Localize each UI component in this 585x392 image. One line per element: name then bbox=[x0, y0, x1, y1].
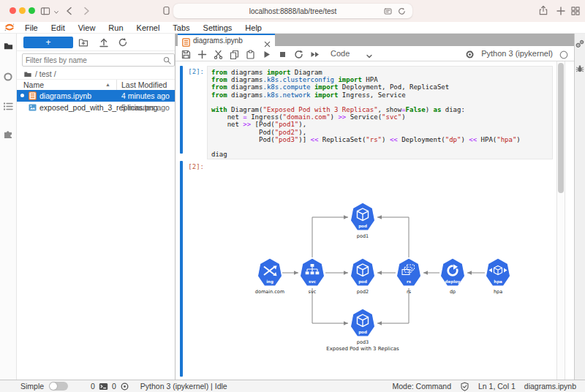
run-icon[interactable] bbox=[262, 49, 271, 59]
add-cell-icon[interactable] bbox=[197, 49, 207, 59]
output-collapser[interactable] bbox=[180, 161, 183, 377]
extensions-icon[interactable] bbox=[3, 129, 14, 140]
fast-forward-icon[interactable] bbox=[310, 49, 320, 59]
code-editor[interactable]: from diagrams import Diagramfrom diagram… bbox=[207, 66, 553, 159]
table-of-contents-icon[interactable] bbox=[3, 101, 14, 112]
statusbar-filename: diagrams.ipynb bbox=[524, 382, 576, 391]
screen: localhost:8888/lab/tree/test FileEditVie… bbox=[0, 0, 585, 392]
notebook-panel: diagrams.ipynb Code Python 3 (ipykernel)… bbox=[176, 34, 574, 380]
menu-items: FileEditViewRunKernelTabsSettingsHelp bbox=[18, 23, 268, 32]
extensions-icon[interactable] bbox=[162, 6, 171, 15]
debugger-icon[interactable] bbox=[575, 63, 584, 72]
url-bar[interactable]: localhost:8888/lab/tree/test bbox=[173, 4, 412, 18]
new-tab-icon[interactable] bbox=[556, 7, 565, 15]
svg-text:pod1: pod1 bbox=[357, 233, 369, 239]
simple-mode-toggle[interactable] bbox=[49, 382, 68, 391]
kernel-icon bbox=[120, 382, 129, 391]
browser-chrome: localhost:8888/lab/tree/test bbox=[0, 0, 585, 23]
command-mode-indicator[interactable]: Mode: Command bbox=[392, 382, 451, 391]
tab-diagrams-ipynb[interactable]: diagrams.ipynb bbox=[178, 34, 275, 46]
zoom-window-button[interactable] bbox=[29, 7, 35, 14]
filter-files-input[interactable] bbox=[26, 56, 163, 64]
tab-overview-icon[interactable] bbox=[571, 7, 580, 15]
new-launcher-button[interactable]: + bbox=[23, 37, 73, 48]
paste-icon[interactable] bbox=[246, 49, 255, 59]
back-icon[interactable] bbox=[65, 7, 74, 15]
main-area: + / test / Name ▲ Last Modified diagrams… bbox=[0, 34, 585, 380]
svg-text:svc: svc bbox=[309, 289, 317, 295]
svg-text:rs: rs bbox=[407, 289, 412, 295]
upload-icon[interactable] bbox=[99, 37, 109, 48]
column-name[interactable]: Name bbox=[23, 80, 44, 89]
breadcrumb[interactable]: / test / bbox=[23, 69, 56, 78]
svg-text:rs: rs bbox=[407, 279, 412, 284]
file-row-exposed-pod-png[interactable]: exposed_pod_with_3_replicas.png 5 minute… bbox=[17, 102, 175, 113]
cell-type-dropdown[interactable]: Code bbox=[331, 49, 350, 58]
chevron-down-icon[interactable] bbox=[53, 10, 59, 15]
code-line: from diagrams.k8s.clusterconfig import H… bbox=[211, 76, 548, 83]
status-bar: Simple 0 0 Python 3 (ipykernel) | Idle M… bbox=[0, 380, 585, 392]
kernel-status-icon[interactable] bbox=[559, 49, 568, 58]
menu-item-file[interactable]: File bbox=[18, 23, 45, 32]
svg-text:pod: pod bbox=[358, 279, 367, 284]
file-browser-toolbar: + bbox=[17, 34, 175, 51]
diagram-node-ing: ingdomain.com bbox=[255, 258, 284, 295]
notebook-scrollbar[interactable] bbox=[556, 61, 565, 380]
code-line: with Diagram("Exposed Pod with 3 Replica… bbox=[211, 106, 548, 113]
chevron-down-icon[interactable] bbox=[366, 50, 373, 57]
column-last-modified[interactable]: Last Modified bbox=[121, 80, 167, 89]
cursor-position[interactable]: Ln 1, Col 1 bbox=[478, 382, 516, 391]
save-icon[interactable] bbox=[181, 49, 191, 59]
scrollbar-thumb[interactable] bbox=[558, 63, 564, 193]
trust-shield-icon bbox=[460, 382, 469, 391]
svg-text:ing: ing bbox=[266, 279, 273, 284]
code-line: Pod("pod3")] << ReplicaSet("rs") << Depl… bbox=[211, 136, 548, 143]
menu-item-view[interactable]: View bbox=[72, 23, 102, 32]
breadcrumb-path[interactable]: / test / bbox=[35, 69, 56, 78]
input-collapser[interactable] bbox=[180, 66, 183, 154]
file-browser-icon[interactable] bbox=[3, 41, 14, 52]
menu-item-tabs[interactable]: Tabs bbox=[166, 23, 196, 32]
file-browser: + / test / Name ▲ Last Modified diagrams… bbox=[17, 34, 176, 380]
restart-icon[interactable] bbox=[294, 49, 303, 59]
home-folder-icon[interactable] bbox=[23, 70, 32, 78]
close-window-button[interactable] bbox=[10, 7, 16, 14]
cut-icon[interactable] bbox=[214, 49, 223, 59]
diagram-node-hpa: hpahpa bbox=[486, 258, 510, 295]
menu-item-run[interactable]: Run bbox=[102, 23, 129, 32]
new-folder-icon[interactable] bbox=[78, 37, 88, 48]
menu-item-edit[interactable]: Edit bbox=[45, 23, 72, 32]
stop-icon[interactable] bbox=[278, 49, 287, 59]
file-row-diagrams-ipynb[interactable]: diagrams.ipynb 4 minutes ago bbox=[17, 90, 175, 102]
copy-icon[interactable] bbox=[230, 49, 239, 59]
property-inspector-icon[interactable] bbox=[575, 38, 584, 47]
gear-icon[interactable] bbox=[465, 49, 475, 59]
terminals-count: 0 bbox=[91, 382, 95, 391]
menu-item-help[interactable]: Help bbox=[238, 23, 268, 32]
kernel-name[interactable]: Python 3 (ipykernel) bbox=[481, 49, 553, 58]
code-line bbox=[211, 99, 548, 106]
kernel-status-text[interactable]: Python 3 (ipykernel) | Idle bbox=[140, 382, 227, 391]
minimize-window-button[interactable] bbox=[19, 7, 26, 14]
share-icon[interactable] bbox=[538, 5, 548, 16]
forward-icon[interactable] bbox=[82, 7, 91, 15]
image-file-icon bbox=[29, 103, 37, 112]
running-sessions-icon[interactable] bbox=[3, 72, 14, 83]
code-line: net = Ingress("domain.com") >> Service("… bbox=[211, 113, 548, 121]
url-text: localhost:8888/lab/tree/test bbox=[249, 7, 337, 15]
activity-bar bbox=[0, 34, 17, 380]
column-divider bbox=[116, 80, 117, 90]
tab-label: diagrams.ipynb bbox=[193, 37, 243, 45]
sidebar-toggle-icon[interactable] bbox=[40, 7, 50, 16]
simple-mode-label: Simple bbox=[20, 382, 44, 391]
session-counts[interactable]: 0 0 bbox=[91, 382, 129, 391]
page-settings-icon[interactable] bbox=[384, 7, 392, 15]
reload-icon[interactable] bbox=[398, 7, 406, 15]
svg-text:dp: dp bbox=[450, 289, 456, 295]
svg-text:pod3: pod3 bbox=[357, 339, 369, 345]
close-icon[interactable] bbox=[264, 37, 271, 44]
menu-item-kernel[interactable]: Kernel bbox=[130, 23, 167, 32]
menu-item-settings[interactable]: Settings bbox=[197, 23, 239, 32]
refresh-icon[interactable] bbox=[118, 37, 128, 48]
notebook-file-icon bbox=[182, 37, 189, 45]
